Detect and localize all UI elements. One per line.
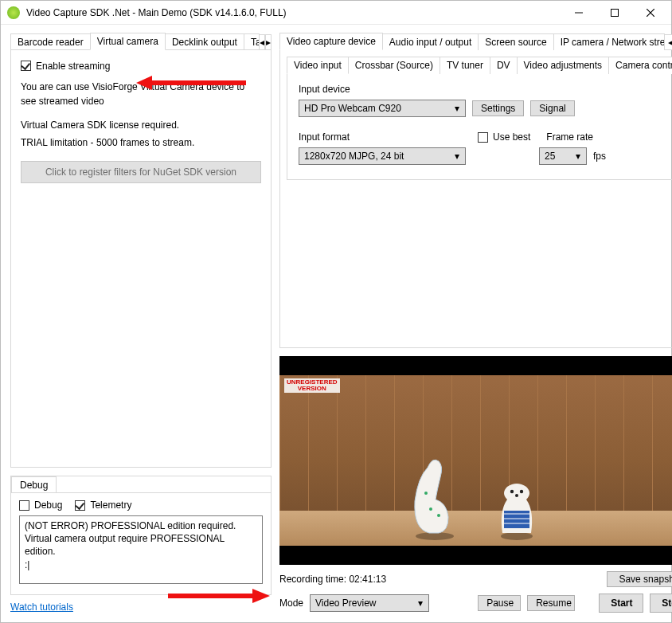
tab-scroll-left[interactable]: ◂: [259, 34, 265, 50]
telemetry-checkbox-label: Telemetry: [90, 500, 131, 511]
subtab-tv-tuner[interactable]: TV tuner: [440, 57, 490, 74]
tab-tags[interactable]: Tags: [244, 33, 260, 50]
debug-checkbox[interactable]: Debug: [19, 500, 62, 511]
debug-checkbox-label: Debug: [34, 500, 62, 511]
chevron-down-icon: ▾: [451, 151, 463, 162]
app-icon: [7, 6, 20, 19]
mode-value: Video Preview: [315, 598, 414, 609]
save-snapshot-button[interactable]: Save snapshot: [607, 571, 672, 587]
unregistered-badge: UNREGISTERED VERSION: [284, 378, 340, 393]
tab-virtual-camera[interactable]: Virtual camera: [90, 33, 166, 50]
checkbox-icon: [21, 61, 31, 71]
input-device-label: Input device: [299, 84, 672, 95]
minimize-button[interactable]: [561, 1, 596, 24]
enable-streaming-checkbox[interactable]: Enable streaming: [21, 61, 110, 72]
frame-rate-label: Frame rate: [546, 131, 593, 143]
chevron-down-icon: ▾: [572, 151, 584, 162]
resume-button[interactable]: Resume: [527, 595, 575, 611]
input-format-select[interactable]: 1280x720 MJPG, 24 bit ▾: [299, 147, 466, 165]
subtab-dv[interactable]: DV: [490, 57, 518, 74]
mode-label: Mode: [279, 598, 303, 609]
figurine-1: [407, 453, 463, 541]
virtual-desc-3: TRIAL limitation - 5000 frames to stream…: [21, 135, 261, 150]
tab-barcode-reader[interactable]: Barcode reader: [10, 33, 91, 50]
window-title: Video Capture SDK .Net - Main Demo (SDK …: [26, 7, 561, 18]
input-device-value: HD Pro Webcam C920: [304, 103, 451, 114]
checkbox-icon: [75, 500, 85, 511]
video-preview: UNREGISTERED VERSION: [279, 356, 672, 565]
tab-ip-camera[interactable]: IP camera / Network strea: [553, 33, 665, 50]
register-filters-button[interactable]: Click to register filters for NuGet SDK …: [21, 161, 261, 183]
stop-button[interactable]: Stop: [650, 594, 672, 613]
tab-decklink-output[interactable]: Decklink output: [165, 33, 244, 50]
virtual-desc-2: Virtual Camera SDK license required.: [21, 118, 261, 132]
fps-label: fps: [593, 151, 606, 162]
chevron-down-icon: ▾: [414, 598, 427, 609]
enable-streaming-label: Enable streaming: [36, 61, 110, 72]
tab-scroll-right[interactable]: ▸: [265, 34, 272, 50]
tab-screen-source[interactable]: Screen source: [478, 33, 553, 50]
figurine-2: [494, 479, 539, 541]
input-format-value: 1280x720 MJPG, 24 bit: [304, 151, 451, 162]
start-button[interactable]: Start: [599, 594, 643, 613]
svg-point-9: [520, 490, 523, 493]
svg-point-4: [429, 507, 432, 511]
device-signal-button[interactable]: Signal: [530, 100, 574, 116]
input-device-select[interactable]: HD Pro Webcam C920 ▾: [299, 100, 466, 117]
frame-rate-value: 25: [545, 151, 572, 162]
tab-video-capture-device[interactable]: Video capture device: [279, 33, 383, 50]
debug-log[interactable]: [19, 515, 263, 584]
svg-point-8: [510, 490, 514, 493]
use-best-checkbox[interactable]: Use best: [478, 131, 530, 143]
watch-tutorials-link[interactable]: Watch tutorials: [10, 601, 272, 613]
mode-select[interactable]: Video Preview ▾: [310, 594, 429, 612]
svg-rect-7: [504, 511, 529, 528]
svg-rect-0: [575, 12, 583, 13]
checkbox-icon: [478, 132, 488, 143]
tab-debug[interactable]: Debug: [11, 476, 57, 493]
maximize-button[interactable]: [596, 1, 632, 24]
close-button[interactable]: [632, 1, 668, 24]
checkbox-icon: [19, 500, 29, 511]
virtual-desc-1: You are can use VisioForge Virtual Camer…: [21, 80, 261, 108]
frame-rate-select[interactable]: 25 ▾: [539, 147, 587, 165]
subtab-crossbar[interactable]: Crossbar (Source): [348, 57, 440, 74]
input-format-label: Input format: [299, 131, 462, 143]
device-settings-button[interactable]: Settings: [472, 100, 524, 116]
subtab-camera-control[interactable]: Camera control: [608, 57, 672, 74]
telemetry-checkbox[interactable]: Telemetry: [75, 500, 131, 511]
chevron-down-icon: ▾: [451, 103, 463, 114]
svg-point-3: [424, 492, 428, 495]
svg-point-5: [437, 514, 440, 517]
subtab-video-input[interactable]: Video input: [287, 57, 349, 74]
svg-point-10: [515, 494, 518, 497]
tab-audio-io[interactable]: Audio input / output: [382, 33, 479, 50]
svg-rect-1: [611, 9, 618, 16]
use-best-label: Use best: [493, 131, 530, 143]
svg-point-6: [501, 532, 533, 540]
recording-time-label: Recording time:: [279, 574, 349, 585]
tab-scroll-left[interactable]: ◂: [664, 34, 672, 50]
recording-time-value: 02:41:13: [349, 574, 386, 585]
pause-button[interactable]: Pause: [478, 595, 521, 611]
subtab-video-adjustments[interactable]: Video adjustments: [517, 57, 610, 74]
